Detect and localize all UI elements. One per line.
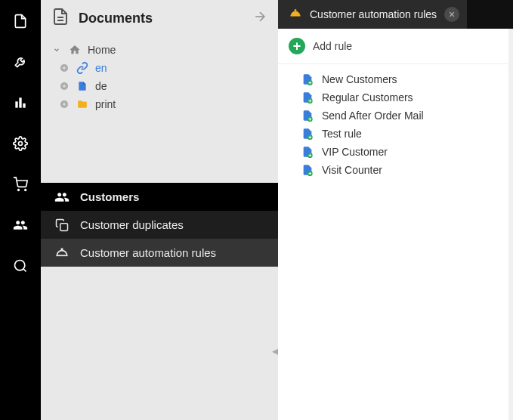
folder-icon xyxy=(76,99,89,110)
flyout-duplicates[interactable]: Customer duplicates xyxy=(41,211,278,239)
expand-icon[interactable] xyxy=(59,100,70,109)
rule-label: New Customers xyxy=(322,73,397,85)
tree-label: en xyxy=(95,62,107,74)
icon-rail xyxy=(0,0,41,420)
arrow-right-icon[interactable] xyxy=(252,9,267,27)
tree-label: Home xyxy=(88,44,116,56)
link-icon xyxy=(76,62,89,74)
tools-icon[interactable] xyxy=(7,48,34,76)
tree-row-print[interactable]: print xyxy=(51,95,278,113)
documents-header: Documents xyxy=(41,0,278,36)
rules-list: New Customers Regular Customers Send Aft… xyxy=(278,64,513,179)
rule-doc-icon xyxy=(301,163,314,177)
page-icon xyxy=(76,80,89,92)
customers-icon[interactable] xyxy=(7,212,34,239)
rule-item[interactable]: Regular Customers xyxy=(301,88,513,107)
rule-label: Regular Customers xyxy=(322,91,413,103)
svg-rect-1 xyxy=(19,97,21,107)
home-icon xyxy=(68,44,82,56)
people-icon xyxy=(54,190,70,205)
copy-icon xyxy=(54,218,70,232)
chevron-down-icon[interactable] xyxy=(51,46,62,54)
rule-item[interactable]: Test rule xyxy=(301,125,513,143)
scrollbar[interactable] xyxy=(508,29,513,420)
expand-icon[interactable] xyxy=(59,63,70,73)
ecommerce-icon[interactable] xyxy=(7,171,34,198)
document-outline-icon xyxy=(51,8,70,29)
flyout-label: Customer automation rules xyxy=(80,246,216,259)
tab-title: Customer automation rules xyxy=(310,8,437,20)
tree-row-home[interactable]: Home xyxy=(51,41,278,59)
rule-item[interactable]: New Customers xyxy=(301,70,513,88)
rule-label: Visit Counter xyxy=(322,164,382,176)
tab-automation-rules[interactable]: Customer automation rules × xyxy=(278,0,467,29)
rule-item[interactable]: Send After Order Mail xyxy=(301,107,513,125)
add-rule-label[interactable]: Add rule xyxy=(313,40,352,52)
flyout-customers[interactable]: Customers xyxy=(41,183,278,211)
flyout-label: Customer duplicates xyxy=(80,218,184,231)
svg-point-6 xyxy=(15,261,25,270)
rule-doc-icon xyxy=(301,73,314,86)
expand-icon[interactable] xyxy=(59,82,70,91)
svg-rect-2 xyxy=(23,103,25,108)
svg-point-16 xyxy=(295,9,296,11)
flyout-label: Customers xyxy=(80,190,139,203)
document-tree: Home en de pri xyxy=(41,36,278,118)
splitter-handle[interactable]: ◂ xyxy=(272,344,278,358)
rule-doc-icon xyxy=(301,145,314,159)
svg-rect-0 xyxy=(15,101,17,107)
search-icon[interactable] xyxy=(7,252,34,279)
tree-label: print xyxy=(95,98,116,110)
rule-doc-icon xyxy=(301,91,314,104)
rule-label: VIP Customer xyxy=(322,146,388,158)
documents-panel: Documents Home en xyxy=(41,0,278,420)
cloche-icon xyxy=(289,7,302,23)
svg-point-4 xyxy=(18,190,20,191)
rule-doc-icon xyxy=(301,109,314,122)
rule-label: Send After Order Mail xyxy=(322,110,424,122)
tree-row-de[interactable]: de xyxy=(51,77,278,95)
documents-icon[interactable] xyxy=(7,8,34,35)
customers-flyout: Customers Customer duplicates Customer a… xyxy=(41,183,278,267)
svg-point-5 xyxy=(25,190,26,191)
svg-rect-14 xyxy=(60,223,68,230)
close-icon[interactable]: × xyxy=(444,7,459,22)
svg-point-3 xyxy=(19,142,23,146)
settings-icon[interactable] xyxy=(7,130,34,157)
tree-row-en[interactable]: en xyxy=(51,59,278,77)
tree-label: de xyxy=(95,80,107,92)
plus-icon[interactable]: + xyxy=(289,38,305,54)
rule-item[interactable]: Visit Counter xyxy=(301,161,513,179)
svg-line-7 xyxy=(23,269,26,272)
panel-title: Documents xyxy=(79,11,243,26)
cloche-icon xyxy=(54,246,70,261)
svg-point-15 xyxy=(61,249,63,250)
rules-toolbar: + Add rule xyxy=(278,29,513,64)
tab-bar: Customer automation rules × xyxy=(278,0,513,29)
reports-icon[interactable] xyxy=(7,89,34,116)
flyout-automation[interactable]: Customer automation rules xyxy=(41,239,278,267)
rules-panel: Customer automation rules × + Add rule N… xyxy=(278,0,513,420)
rule-label: Test rule xyxy=(322,128,362,140)
rule-item[interactable]: VIP Customer xyxy=(301,143,513,161)
rule-doc-icon xyxy=(301,127,314,141)
